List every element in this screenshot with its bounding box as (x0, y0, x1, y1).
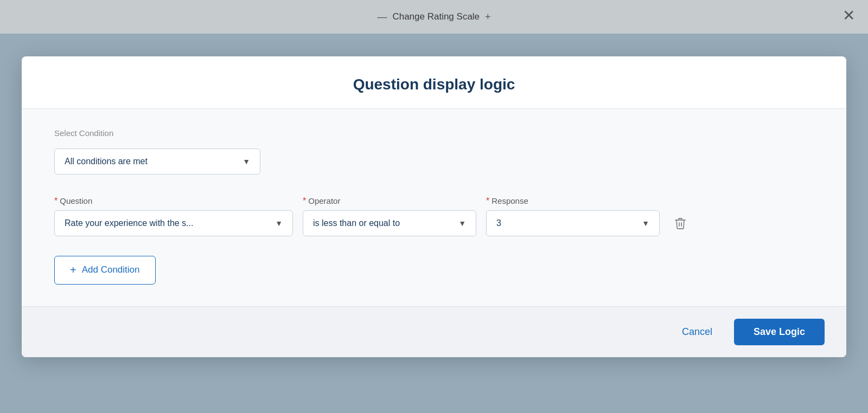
condition-row: * Question Rate your experience with the… (54, 196, 814, 236)
modal-footer: Cancel Save Logic (22, 306, 846, 357)
response-value: 3 (496, 218, 501, 228)
response-label-text: Response (492, 196, 528, 205)
question-dropdown[interactable]: Rate your experience with the s... ▼ (54, 210, 293, 236)
select-condition-chevron-icon: ▼ (242, 157, 250, 166)
response-chevron-icon: ▼ (642, 219, 649, 228)
close-button[interactable]: ✕ (843, 7, 855, 24)
select-condition-dropdown[interactable]: All conditions are met ▼ (54, 149, 260, 175)
response-field-group: * Response 3 ▼ (486, 196, 660, 236)
operator-field-label: * Operator (303, 196, 476, 206)
operator-chevron-icon: ▼ (458, 219, 466, 228)
modal-overlay: Question display logic Select Condition … (0, 0, 868, 413)
operator-required-star: * (303, 196, 306, 206)
modal-dialog: Question display logic Select Condition … (22, 56, 846, 357)
modal-body: Select Condition All conditions are met … (22, 109, 846, 306)
operator-dropdown[interactable]: is less than or equal to ▼ (303, 210, 476, 236)
response-field-label: * Response (486, 196, 660, 206)
operator-field-group: * Operator is less than or equal to ▼ (303, 196, 476, 236)
question-field-group: * Question Rate your experience with the… (54, 196, 293, 236)
save-logic-button[interactable]: Save Logic (734, 319, 825, 345)
question-chevron-icon: ▼ (275, 219, 283, 228)
cancel-button[interactable]: Cancel (671, 321, 723, 343)
add-condition-button[interactable]: + Add Condition (54, 256, 156, 285)
response-dropdown[interactable]: 3 ▼ (486, 210, 660, 236)
select-condition-label: Select Condition (54, 128, 814, 138)
question-value: Rate your experience with the s... (65, 218, 193, 228)
operator-label-text: Operator (308, 196, 340, 205)
question-field-label: * Question (54, 196, 293, 206)
delete-condition-button[interactable] (669, 212, 691, 234)
modal-header: Question display logic (22, 56, 846, 109)
add-condition-label: Add Condition (82, 264, 140, 275)
add-condition-plus-icon: + (70, 264, 76, 276)
operator-value: is less than or equal to (313, 218, 400, 228)
select-condition-value: All conditions are met (65, 157, 148, 166)
question-required-star: * (54, 196, 58, 206)
response-required-star: * (486, 196, 489, 206)
question-label-text: Question (60, 196, 92, 205)
trash-icon (674, 217, 687, 230)
modal-title: Question display logic (43, 76, 825, 93)
select-condition-group: Select Condition All conditions are met … (54, 128, 814, 175)
